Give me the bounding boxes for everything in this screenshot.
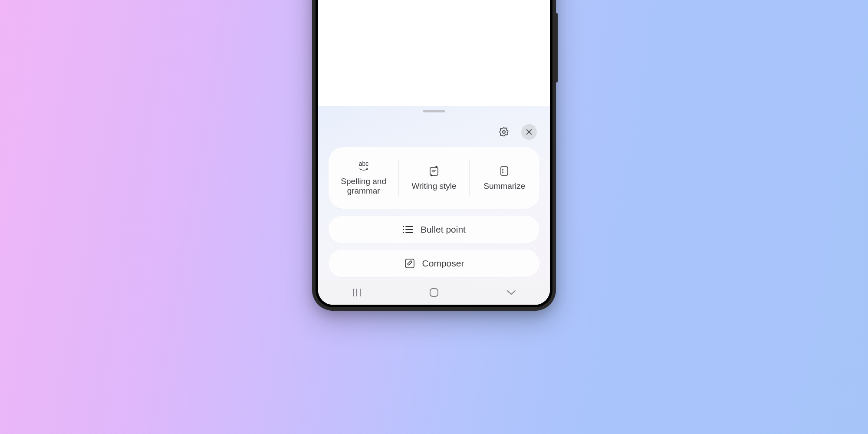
option-composer[interactable]: Composer [329, 250, 539, 277]
settings-button[interactable] [496, 124, 512, 140]
chevron-down-icon [506, 289, 517, 296]
svg-point-8 [503, 169, 503, 169]
svg-rect-4 [430, 168, 438, 175]
option-label: Composer [422, 258, 464, 269]
recent-apps-icon [352, 288, 362, 297]
option-spelling-grammar[interactable]: abc Spelling and grammar [329, 161, 398, 196]
phone-screen: Galaxy S series leads the way into a new… [318, 0, 550, 305]
gear-icon [498, 126, 510, 138]
close-button[interactable] [521, 124, 537, 140]
svg-point-0 [503, 131, 505, 133]
writing-style-icon [428, 165, 440, 177]
assist-bottom-sheet: abc Spelling and grammar [318, 106, 550, 280]
nav-recent-button[interactable] [331, 280, 383, 305]
bullet-list-icon [402, 225, 414, 234]
home-icon [430, 288, 438, 297]
sheet-drag-handle[interactable] [423, 110, 445, 112]
option-summarize[interactable]: Summarize [470, 165, 539, 191]
svg-text:abc: abc [358, 161, 368, 167]
summarize-icon [499, 165, 510, 177]
close-icon [525, 128, 533, 136]
option-writing-style[interactable]: Writing style [399, 165, 469, 191]
option-label: Spelling and grammar [333, 177, 394, 196]
svg-point-10 [503, 172, 503, 173]
phone-frame: Galaxy S series leads the way into a new… [312, 0, 556, 311]
sheet-action-row [496, 124, 537, 140]
svg-point-11 [403, 226, 404, 227]
svg-rect-17 [405, 259, 414, 268]
abc-check-icon: abc [356, 161, 372, 172]
option-label: Bullet point [421, 224, 466, 235]
svg-rect-7 [501, 167, 508, 175]
compose-icon [404, 258, 415, 269]
system-nav-bar [318, 280, 550, 305]
nav-back-button[interactable] [485, 280, 537, 305]
phone-inner-bezel: Galaxy S series leads the way into a new… [316, 0, 552, 307]
option-label: Summarize [483, 181, 525, 191]
gradient-background: Galaxy S series leads the way into a new… [0, 0, 868, 434]
svg-point-13 [403, 229, 404, 230]
svg-point-15 [403, 232, 404, 233]
option-bullet-point[interactable]: Bullet point [329, 216, 539, 243]
nav-home-button[interactable] [408, 280, 460, 305]
option-label: Writing style [411, 181, 456, 191]
assist-options-card: abc Spelling and grammar [329, 147, 539, 209]
svg-point-9 [503, 171, 503, 171]
